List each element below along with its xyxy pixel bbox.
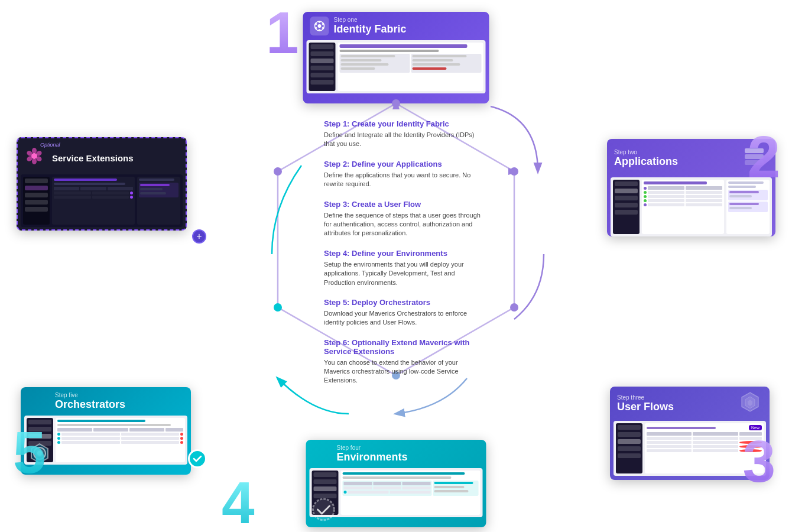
center-step1-title: Step 1: Create your Identity Fabric [324, 119, 481, 128]
svg-point-31 [32, 158, 37, 164]
svg-point-12 [322, 23, 324, 25]
card-step4: Step four Environments [306, 440, 486, 527]
card-step5: Step five Orchestrators [21, 387, 191, 475]
step2-title: Applications [614, 155, 738, 168]
svg-point-28 [32, 148, 37, 154]
svg-point-11 [319, 21, 321, 23]
step1-icon [310, 17, 329, 35]
svg-point-34 [31, 153, 37, 159]
center-step6: Step 6: Optionally Extend Maverics with … [324, 338, 481, 385]
svg-point-14 [319, 29, 321, 31]
step-number-2: 2 [747, 127, 780, 186]
card-optional: Optional Service Extensions [17, 137, 187, 231]
step1-title: Identity Fabric [334, 23, 482, 35]
svg-point-15 [315, 27, 317, 30]
center-step3: Step 3: Create a User Flow Define the se… [324, 200, 481, 238]
card-step1: Step one Identity Fabric [303, 12, 489, 103]
step5-title: Orchestrators [55, 398, 184, 411]
center-step2-desc: Define the applications that you want to… [324, 171, 481, 189]
center-step1: Step 1: Create your Identity Fabric Defi… [324, 119, 481, 149]
center-step1-desc: Define and Integrate all the Identity Pr… [324, 131, 481, 149]
svg-point-5 [274, 303, 282, 312]
step4-label: Step four [337, 445, 479, 451]
step4-title: Environments [337, 451, 479, 463]
center-step4: Step 4: Define your Environments Setup t… [324, 249, 481, 287]
center-step6-title: Step 6: Optionally Extend Maverics with … [324, 338, 481, 356]
optional-title: Service Extensions [52, 153, 178, 163]
svg-point-24 [313, 499, 335, 520]
step3-title: User Flows [617, 401, 734, 413]
svg-point-13 [322, 27, 324, 30]
step3-label: Step three [617, 394, 734, 401]
step2-label: Step two [614, 149, 738, 155]
center-step3-desc: Define the sequence of steps that a user… [324, 211, 481, 238]
svg-point-3 [510, 303, 518, 312]
svg-point-2 [510, 167, 518, 176]
center-step4-desc: Setup the environments that you will dep… [324, 260, 481, 287]
center-step5-desc: Download your Maverics Orchestrators to … [324, 309, 481, 327]
step5-label: Step five [55, 392, 184, 398]
step-number-1: 1 [266, 3, 299, 62]
step-number-3: 3 [742, 432, 775, 491]
step-number-4: 4 [222, 473, 255, 532]
add-optional-button[interactable]: + [192, 229, 206, 244]
step-number-5: 5 [13, 423, 46, 482]
svg-point-10 [318, 24, 322, 28]
svg-marker-8 [508, 168, 518, 175]
center-step5: Step 5: Deploy Orchestrators Download yo… [324, 298, 481, 327]
svg-point-16 [315, 23, 317, 25]
center-step6-desc: You can choose to extend the behavior of… [324, 358, 481, 385]
step5-checkmark [188, 449, 207, 468]
center-step4-title: Step 4: Define your Environments [324, 249, 481, 258]
center-step2: Step 2: Define your Applications Define … [324, 160, 481, 189]
svg-point-6 [274, 167, 282, 176]
center-step5-title: Step 5: Deploy Orchestrators [324, 298, 481, 307]
center-step2-title: Step 2: Define your Applications [324, 160, 481, 168]
center-step3-title: Step 3: Create a User Flow [324, 200, 481, 209]
step1-label: Step one [334, 17, 482, 23]
